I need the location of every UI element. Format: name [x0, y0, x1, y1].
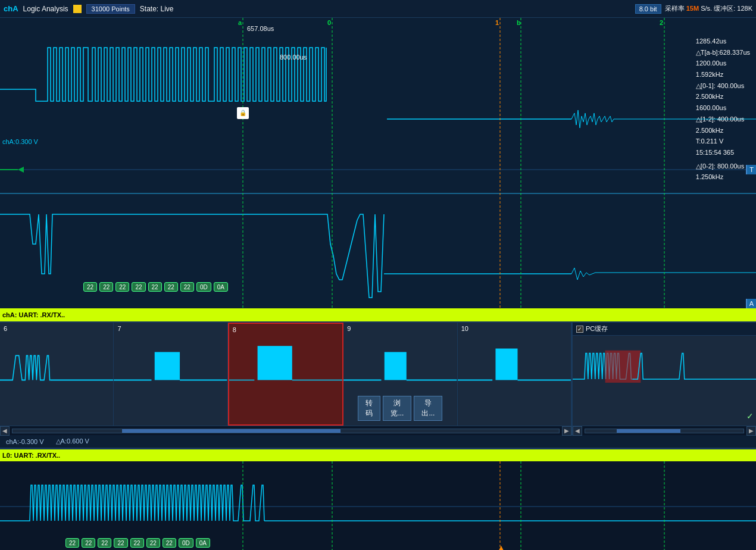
pc-scroll-right[interactable]: ▶ [746, 426, 756, 436]
pc-cache-scrollbar[interactable]: ◀ ▶ [571, 426, 756, 436]
points-badge: 31000 Points [86, 4, 135, 14]
decode-badges-top: 22 22 22 22 22 22 22 0D 0A [83, 282, 228, 292]
thumb-num-8: 8 [233, 326, 236, 333]
svg-rect-18 [155, 352, 180, 380]
b-badge-22-3: 22 [98, 538, 111, 548]
delta-01: △[0-1]: 400.00us [696, 80, 750, 92]
lower-section: L0: UART: .RX/TX.. 22 22 22 22 2 [0, 448, 756, 550]
brand-label: chA [4, 4, 18, 13]
cursor-2-label: 2 [660, 19, 663, 26]
svg-text:🔒: 🔒 [239, 109, 247, 117]
pc-cache-content: ✓ [573, 336, 756, 423]
thumbnail-8[interactable]: 8 [228, 323, 343, 426]
bit-depth-badge: 8.0 bit [635, 4, 661, 14]
state-label: State: Live [140, 5, 174, 13]
b-badge-22-4: 22 [114, 538, 127, 548]
pc-cache-label: PC缓存 [586, 324, 608, 333]
scope-main: 🔒 a 0 1 b 2 657.08us 800.00us 1285.42us … [0, 18, 756, 321]
thumbnail-strip: 6 7 8 [0, 321, 756, 426]
ref-time-1: 800.00us [280, 54, 307, 61]
thumb-svg-8 [229, 336, 342, 424]
b-badge-0a: 0A [196, 538, 210, 548]
svg-rect-22 [257, 346, 292, 380]
freq3: 2.500kHz [696, 125, 750, 136]
top-bar: chA Logic Analysis 31000 Points State: L… [0, 0, 756, 18]
svg-rect-26 [385, 352, 407, 380]
thumbnail-9[interactable]: 9 转码 浏览... 导出... [343, 323, 457, 426]
thumbnail-6[interactable]: 6 [0, 323, 114, 426]
main-scroll-thumb[interactable] [122, 429, 340, 433]
sample-rate-label: 采样率 15M S/s. 缓冲区: 128K [665, 4, 752, 13]
thumb-svg-6 [0, 335, 113, 426]
ref-time3: 1600.00us [696, 102, 750, 114]
timestamp: 15:15:54 365 [696, 147, 750, 158]
browse-button[interactable]: 浏览... [383, 396, 411, 421]
cursor-0-label: 0 [327, 19, 331, 26]
svg-rect-30 [495, 349, 517, 380]
thumbnail-10[interactable]: 10 [458, 323, 571, 426]
freq4: 1.250kHz [696, 171, 750, 183]
lower-waveform: L0: UART: .RX/TX.. 22 22 22 22 2 [0, 449, 756, 550]
freq1: 1.592kHz [696, 69, 750, 80]
pc-cache-header: ✓ PC缓存 [573, 323, 756, 336]
transcode-button[interactable]: 转码 [358, 396, 380, 421]
t-marker: T [746, 165, 756, 174]
b-badge-22-2: 22 [82, 538, 95, 548]
thumb-num-7: 7 [117, 325, 121, 332]
yellow-square-icon [73, 5, 82, 13]
svg-rect-33 [605, 351, 641, 383]
logic-analysis-label: Logic Analysis [23, 5, 68, 13]
ref-time2: 1200.00us [696, 58, 750, 69]
cursor-a-label: a [238, 19, 242, 26]
pc-scroll-left[interactable]: ◀ [573, 426, 582, 436]
export-button[interactable]: 导出... [414, 396, 442, 421]
delta-ab: △T[a-b]:628.337us [696, 47, 750, 58]
badge-22-4: 22 [132, 282, 145, 292]
delta-02: △[0-2]: 800.00us [696, 161, 750, 172]
cursor-1-label: 1 [495, 19, 499, 26]
pc-cache-checkmark: ✓ [746, 411, 754, 421]
thumb-svg-7 [114, 335, 227, 426]
ch-lower-label: chA:-0.300 V [6, 438, 44, 445]
top-bar-right: 8.0 bit 采样率 15M S/s. 缓冲区: 128K [635, 4, 752, 14]
thumb-action-buttons: 转码 浏览... 导出... [358, 396, 442, 421]
pc-scroll-thumb[interactable] [617, 429, 680, 433]
cursor-a-time: 657.08us [247, 25, 274, 32]
scroll-right-arrow[interactable]: ▶ [562, 426, 571, 436]
uart-bar-bottom: L0: UART: .RX/TX.. [0, 449, 756, 461]
freq2: 2.500kHz [696, 91, 750, 102]
badge-22-7: 22 [180, 282, 194, 292]
b-badge-22-6: 22 [146, 538, 160, 548]
measurements-panel: 1285.42us △T[a-b]:628.337us 1200.00us 1.… [696, 36, 750, 183]
orange-cursor-bottom: ▲ [497, 543, 505, 550]
channel-a-label: chA:0.300 V [0, 137, 40, 146]
badge-22-5: 22 [148, 282, 162, 292]
badge-0a-1: 0A [214, 282, 228, 292]
voltage-time: T:0.211 V [696, 136, 750, 147]
main-scrollbar[interactable]: ◀ ▶ ◀ ▶ [0, 426, 756, 435]
thumbnail-7[interactable]: 7 [114, 323, 227, 426]
cursor-b-label: b [517, 19, 521, 26]
thumb-svg-10 [458, 335, 571, 426]
pc-cache-checkbox[interactable]: ✓ [576, 326, 583, 333]
delta-12: △[1-2]: 400.00us [696, 114, 750, 125]
main-scroll-track[interactable] [12, 429, 560, 433]
svg-rect-34 [0, 461, 756, 550]
b-badge-22-7: 22 [163, 538, 176, 548]
a-marker: A [746, 299, 756, 308]
badge-22-6: 22 [164, 282, 178, 292]
badge-22-1: 22 [83, 282, 97, 292]
thumb-num-6: 6 [4, 325, 7, 332]
scroll-left-arrow[interactable]: ◀ [0, 426, 10, 436]
b-badge-22-5: 22 [130, 538, 144, 548]
thumb-num-9: 9 [347, 325, 351, 332]
b-badge-0d: 0D [179, 538, 193, 548]
pc-scroll-track[interactable] [585, 429, 744, 433]
pc-cache-panel: ✓ PC缓存 ✓ [571, 323, 756, 426]
status-bar: chA:-0.300 V △A:0.600 V [0, 435, 756, 448]
uart-bar-top: chA: UART: .RX/TX.. [0, 308, 756, 321]
delta-a-label: △A:0.600 V [56, 438, 89, 445]
badge-22-3: 22 [115, 282, 129, 292]
waveform-svg: 🔒 [0, 18, 756, 321]
cursor1-time: 1285.42us [696, 36, 750, 47]
